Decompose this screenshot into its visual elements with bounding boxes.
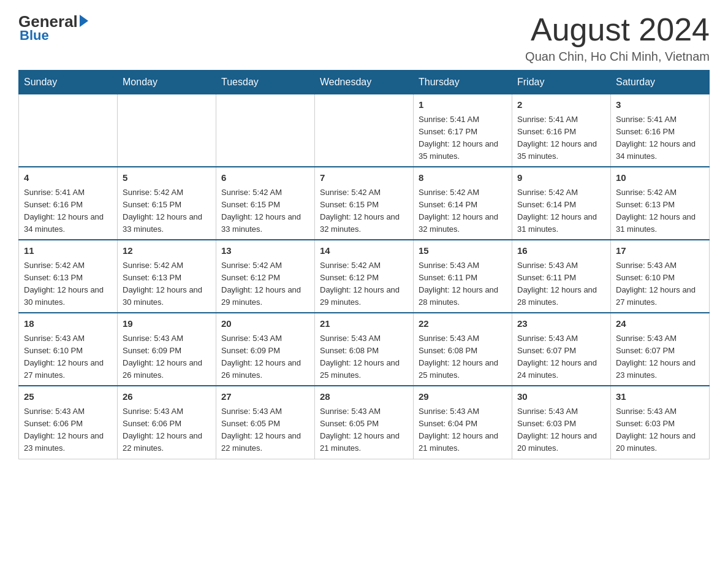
day-number: 18 [24,317,112,331]
day-number: 11 [24,244,112,258]
day-number: 6 [221,171,309,185]
calendar-day-cell: 14Sunrise: 5:42 AM Sunset: 6:12 PM Dayli… [315,240,414,313]
day-info: Sunrise: 5:43 AM Sunset: 6:11 PM Dayligh… [517,259,605,309]
calendar-week-row: 4Sunrise: 5:41 AM Sunset: 6:16 PM Daylig… [19,167,710,240]
calendar-day-cell: 31Sunrise: 5:43 AM Sunset: 6:03 PM Dayli… [611,386,710,459]
calendar-day-cell: 22Sunrise: 5:43 AM Sunset: 6:08 PM Dayli… [414,313,512,386]
calendar-day-cell: 11Sunrise: 5:42 AM Sunset: 6:13 PM Dayli… [19,240,118,313]
day-number: 8 [419,171,507,185]
calendar-day-cell: 6Sunrise: 5:42 AM Sunset: 6:15 PM Daylig… [216,167,315,240]
day-number: 30 [517,390,605,404]
calendar-day-cell: 4Sunrise: 5:41 AM Sunset: 6:16 PM Daylig… [19,167,118,240]
day-of-week-header: Sunday [19,71,118,94]
calendar-day-cell: 5Sunrise: 5:42 AM Sunset: 6:15 PM Daylig… [118,167,216,240]
calendar-table: SundayMondayTuesdayWednesdayThursdayFrid… [18,70,710,459]
day-info: Sunrise: 5:43 AM Sunset: 6:10 PM Dayligh… [616,259,704,309]
calendar-day-cell: 19Sunrise: 5:43 AM Sunset: 6:09 PM Dayli… [118,313,216,386]
calendar-day-cell: 9Sunrise: 5:42 AM Sunset: 6:14 PM Daylig… [512,167,611,240]
calendar-day-cell: 2Sunrise: 5:41 AM Sunset: 6:16 PM Daylig… [512,94,611,167]
day-number: 21 [320,317,408,331]
day-info: Sunrise: 5:43 AM Sunset: 6:03 PM Dayligh… [616,405,704,455]
day-number: 4 [24,171,112,185]
day-number: 7 [320,171,408,185]
day-number: 13 [221,244,309,258]
day-number: 19 [123,317,211,331]
calendar-day-cell [315,94,414,167]
calendar-day-cell: 16Sunrise: 5:43 AM Sunset: 6:11 PM Dayli… [512,240,611,313]
calendar-day-cell: 17Sunrise: 5:43 AM Sunset: 6:10 PM Dayli… [611,240,710,313]
day-number: 31 [616,390,704,404]
day-info: Sunrise: 5:41 AM Sunset: 6:16 PM Dayligh… [517,113,605,163]
calendar-day-cell: 8Sunrise: 5:42 AM Sunset: 6:14 PM Daylig… [414,167,512,240]
calendar-day-cell [19,94,118,167]
day-info: Sunrise: 5:42 AM Sunset: 6:13 PM Dayligh… [123,259,211,309]
calendar-day-cell: 18Sunrise: 5:43 AM Sunset: 6:10 PM Dayli… [19,313,118,386]
day-number: 28 [320,390,408,404]
day-info: Sunrise: 5:43 AM Sunset: 6:06 PM Dayligh… [24,405,112,455]
day-of-week-header: Friday [512,71,611,94]
calendar-header-row: SundayMondayTuesdayWednesdayThursdayFrid… [19,71,710,94]
day-info: Sunrise: 5:42 AM Sunset: 6:13 PM Dayligh… [24,259,112,309]
day-info: Sunrise: 5:43 AM Sunset: 6:10 PM Dayligh… [24,332,112,382]
day-info: Sunrise: 5:43 AM Sunset: 6:07 PM Dayligh… [517,332,605,382]
day-number: 1 [419,98,507,112]
day-info: Sunrise: 5:42 AM Sunset: 6:14 PM Dayligh… [517,186,605,236]
day-number: 23 [517,317,605,331]
day-info: Sunrise: 5:43 AM Sunset: 6:05 PM Dayligh… [221,405,309,455]
title-area: August 2024 Quan Chin, Ho Chi Minh, Viet… [525,12,710,64]
calendar-day-cell: 12Sunrise: 5:42 AM Sunset: 6:13 PM Dayli… [118,240,216,313]
day-of-week-header: Monday [118,71,216,94]
day-info: Sunrise: 5:43 AM Sunset: 6:05 PM Dayligh… [320,405,408,455]
calendar-day-cell: 15Sunrise: 5:43 AM Sunset: 6:11 PM Dayli… [414,240,512,313]
calendar-day-cell: 29Sunrise: 5:43 AM Sunset: 6:04 PM Dayli… [414,386,512,459]
day-number: 14 [320,244,408,258]
calendar-day-cell: 3Sunrise: 5:41 AM Sunset: 6:16 PM Daylig… [611,94,710,167]
calendar-day-cell: 21Sunrise: 5:43 AM Sunset: 6:08 PM Dayli… [315,313,414,386]
calendar-day-cell: 28Sunrise: 5:43 AM Sunset: 6:05 PM Dayli… [315,386,414,459]
day-of-week-header: Tuesday [216,71,315,94]
day-number: 26 [123,390,211,404]
calendar-day-cell: 13Sunrise: 5:42 AM Sunset: 6:12 PM Dayli… [216,240,315,313]
day-number: 9 [517,171,605,185]
day-of-week-header: Saturday [611,71,710,94]
calendar-week-row: 1Sunrise: 5:41 AM Sunset: 6:17 PM Daylig… [19,94,710,167]
calendar-day-cell: 25Sunrise: 5:43 AM Sunset: 6:06 PM Dayli… [19,386,118,459]
day-info: Sunrise: 5:43 AM Sunset: 6:09 PM Dayligh… [123,332,211,382]
day-number: 17 [616,244,704,258]
calendar-week-row: 25Sunrise: 5:43 AM Sunset: 6:06 PM Dayli… [19,386,710,459]
calendar-day-cell [216,94,315,167]
day-info: Sunrise: 5:42 AM Sunset: 6:12 PM Dayligh… [320,259,408,309]
day-number: 27 [221,390,309,404]
day-number: 3 [616,98,704,112]
day-info: Sunrise: 5:42 AM Sunset: 6:12 PM Dayligh… [221,259,309,309]
logo-blue: Blue [20,28,49,44]
day-number: 12 [123,244,211,258]
day-info: Sunrise: 5:42 AM Sunset: 6:15 PM Dayligh… [221,186,309,236]
day-number: 20 [221,317,309,331]
day-number: 24 [616,317,704,331]
calendar-day-cell: 24Sunrise: 5:43 AM Sunset: 6:07 PM Dayli… [611,313,710,386]
calendar-day-cell: 30Sunrise: 5:43 AM Sunset: 6:03 PM Dayli… [512,386,611,459]
calendar-day-cell: 27Sunrise: 5:43 AM Sunset: 6:05 PM Dayli… [216,386,315,459]
logo-area: General Blue [18,12,88,44]
day-info: Sunrise: 5:43 AM Sunset: 6:08 PM Dayligh… [320,332,408,382]
day-number: 5 [123,171,211,185]
day-info: Sunrise: 5:43 AM Sunset: 6:04 PM Dayligh… [419,405,507,455]
day-info: Sunrise: 5:43 AM Sunset: 6:08 PM Dayligh… [419,332,507,382]
calendar-day-cell: 23Sunrise: 5:43 AM Sunset: 6:07 PM Dayli… [512,313,611,386]
day-number: 25 [24,390,112,404]
calendar-day-cell: 20Sunrise: 5:43 AM Sunset: 6:09 PM Dayli… [216,313,315,386]
day-info: Sunrise: 5:41 AM Sunset: 6:16 PM Dayligh… [616,113,704,163]
day-info: Sunrise: 5:43 AM Sunset: 6:06 PM Dayligh… [123,405,211,455]
day-number: 10 [616,171,704,185]
day-number: 2 [517,98,605,112]
day-info: Sunrise: 5:42 AM Sunset: 6:13 PM Dayligh… [616,186,704,236]
day-info: Sunrise: 5:41 AM Sunset: 6:16 PM Dayligh… [24,186,112,236]
calendar-day-cell: 7Sunrise: 5:42 AM Sunset: 6:15 PM Daylig… [315,167,414,240]
calendar-day-cell: 26Sunrise: 5:43 AM Sunset: 6:06 PM Dayli… [118,386,216,459]
calendar-week-row: 11Sunrise: 5:42 AM Sunset: 6:13 PM Dayli… [19,240,710,313]
day-info: Sunrise: 5:43 AM Sunset: 6:09 PM Dayligh… [221,332,309,382]
calendar-week-row: 18Sunrise: 5:43 AM Sunset: 6:10 PM Dayli… [19,313,710,386]
day-of-week-header: Thursday [414,71,512,94]
location-subtitle: Quan Chin, Ho Chi Minh, Vietnam [525,50,710,64]
